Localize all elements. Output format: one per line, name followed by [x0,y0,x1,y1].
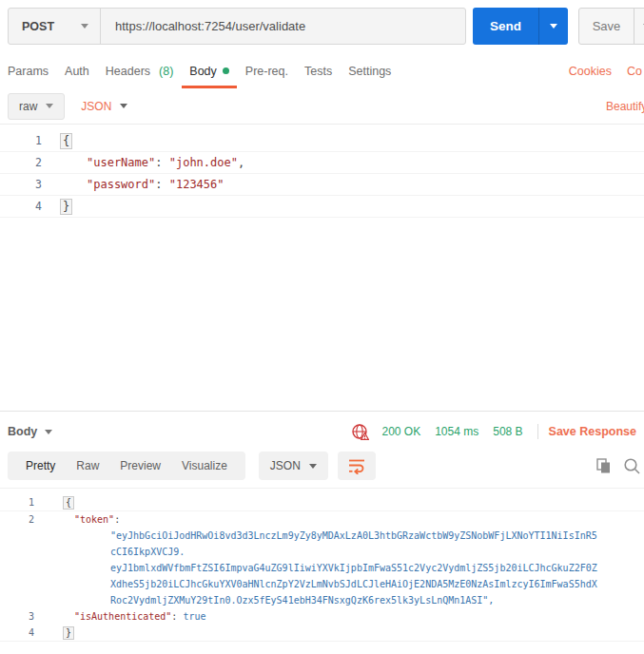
line-number [0,544,40,560]
editor-line-wrapped: eyJ1bmlxdWVfbmFtZSI6ImpvaG4uZG9lIiwiYXVk… [0,560,644,576]
response-toolbar: Pretty Raw Preview Visualize JSON [0,452,644,480]
line-number: 4 [0,625,40,641]
code-line: } [48,196,72,217]
response-view-switcher: Pretty Raw Preview Visualize [8,452,245,480]
send-options-button[interactable] [538,8,568,45]
code-line: "password": "123456" [48,174,224,195]
line-number [0,592,40,608]
code-line: "userName": "john.doe", [48,152,244,173]
tab-body[interactable]: Body [189,53,229,88]
send-button[interactable]: Send [473,8,538,45]
response-body-dropdown[interactable]: Body [8,425,52,438]
view-visualize[interactable]: Visualize [171,459,238,472]
token-line: Roc2VydmljZXMuY29tIn0.Ozx5fEyS41ebH34FNs… [40,592,494,608]
save-response-link[interactable]: Save Response [549,425,636,438]
code-link[interactable]: Co [627,65,642,78]
response-language-dropdown[interactable]: JSON [259,452,328,480]
view-pretty[interactable]: Pretty [15,459,66,472]
bracket-highlight: { [60,133,72,149]
view-preview[interactable]: Preview [109,459,171,472]
tab-headers[interactable]: Headers (8) [106,53,174,88]
tab-tests-label: Tests [304,65,332,78]
response-body-viewer[interactable]: 1 { 2 "token": "eyJhbGciOiJodHRwOi8vd3d3… [0,488,644,654]
beautify-link[interactable]: Beautify [606,100,644,113]
tab-settings[interactable]: Settings [348,53,391,88]
body-format-dropdown[interactable]: raw [8,93,65,120]
token-line: "eyJhbGciOiJodHRwOi8vd3d3LnczLm9yZy8yMDA… [40,528,597,544]
body-language-dropdown[interactable]: JSON [81,100,127,113]
url-input[interactable]: https://localhost:7254/user/validate [101,9,465,44]
cookies-link[interactable]: Cookies [569,65,612,78]
save-options-button[interactable] [634,9,644,44]
code-line: { [48,130,72,151]
editor-line: 4 } [0,625,644,642]
editor-line: 3 "isAuthenticated": true [0,608,644,625]
line-number: 3 [0,608,40,625]
code-line: "isAuthenticated": true [40,608,206,625]
tab-pre-request[interactable]: Pre-req. [245,53,288,88]
editor-line: 2 "userName": "john.doe", [0,152,644,174]
tab-headers-label: Headers [106,65,150,78]
chevron-down-icon [550,24,557,29]
editor-line-wrapped: "eyJhbGciOiJodHRwOi8vd3d3LnczLm9yZy8yMDA… [0,528,644,544]
editor-line: 1 { [0,494,644,511]
save-button[interactable]: Save [579,9,634,44]
request-url-bar: POST https://localhost:7254/user/validat… [0,0,644,53]
search-icon [623,457,641,475]
wrap-lines-button[interactable] [338,452,376,480]
tab-body-label: Body [189,65,217,78]
response-language-label: JSON [270,459,301,472]
code-line: } [40,625,74,641]
editor-line-wrapped: XdheS5jb20iLCJhcGkuYXV0aHNlcnZpY2VzLmNvb… [0,576,644,592]
line-number: 1 [0,494,40,510]
tab-tests[interactable]: Tests [304,53,332,88]
copy-icon [596,458,611,473]
body-language-label: JSON [81,100,111,113]
line-number: 1 [0,130,48,151]
tab-auth[interactable]: Auth [65,53,89,88]
copy-button[interactable] [596,458,611,476]
editor-line: 2 "token": [0,511,644,528]
response-meta-bar: Body 200 OK 1054 ms 508 B Save Response [0,411,644,452]
line-number: 3 [0,174,48,195]
line-number: 2 [0,152,48,173]
line-number [0,560,40,576]
method-label: POST [22,20,54,33]
tab-auth-label: Auth [65,65,89,78]
status-badge: 200 OK [381,425,420,438]
line-number [0,576,40,592]
editor-line-wrapped: Roc2VydmljZXMuY29tIn0.Ozx5fEyS41ebH34FNs… [0,592,644,608]
divider [537,424,538,439]
ssl-certificate-warning-icon[interactable] [351,423,369,441]
chevron-down-icon [309,464,317,469]
editor-line: 4 } [0,196,644,218]
response-time: 1054 ms [435,425,478,438]
tab-params[interactable]: Params [8,53,49,88]
editor-line: 3 "password": "123456" [0,174,644,196]
headers-count-badge: (8) [159,65,173,78]
chevron-down-icon [45,430,52,434]
token-line: eyJ1bmlxdWVfbmFtZSI6ImpvaG4uZG9lIiwiYXVk… [40,560,597,576]
method-dropdown[interactable]: POST [9,9,101,44]
tab-pre-request-label: Pre-req. [245,65,288,78]
save-button-group: Save [578,8,644,45]
bracket-highlight: } [63,626,74,640]
bracket-highlight: } [60,199,72,215]
url-text: https://localhost:7254/user/validate [115,19,305,33]
wrap-lines-icon [347,457,366,474]
tabs-right-links: Cookies Co [569,65,644,78]
view-raw[interactable]: Raw [66,459,109,472]
chevron-down-icon [120,104,127,108]
line-number: 2 [0,511,40,528]
token-line: cCI6IkpXVCJ9. [40,544,185,560]
bracket-highlight: { [63,496,74,510]
request-body-editor[interactable]: 1 { 2 "userName": "john.doe", 3 "passwor… [0,124,644,411]
body-format-label: raw [19,100,37,113]
token-line: XdheS5jb20iLCJhcGkuYXV0aHNlcnZpY2VzLmNvb… [40,576,597,592]
request-tabs: Params Auth Headers (8) Body Pre-req. Te… [0,53,644,88]
tab-settings-label: Settings [348,65,391,78]
search-button[interactable] [623,457,641,478]
postman-request-view: { "request_bar": { "method": "POST", "ur… [0,0,644,654]
response-status-group: 200 OK 1054 ms 508 B Save Response [351,423,636,441]
response-size: 508 B [493,425,522,438]
